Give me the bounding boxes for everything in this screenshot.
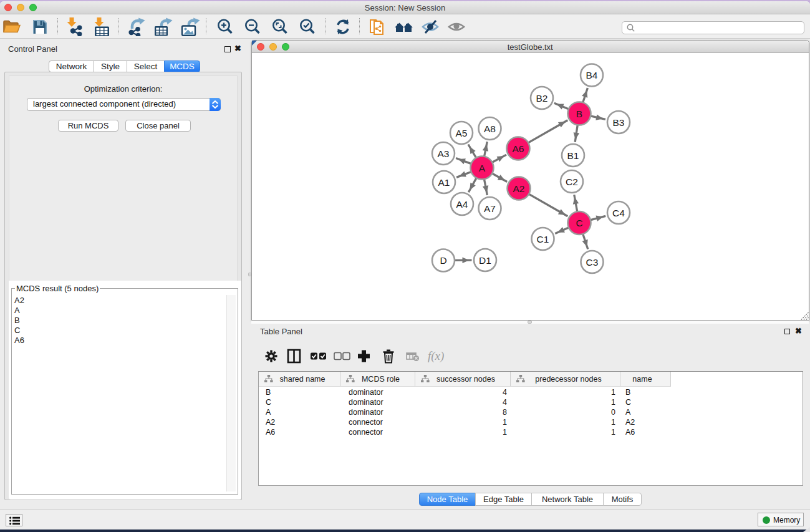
svg-text:f(x): f(x) (428, 349, 444, 363)
svg-text:A4: A4 (456, 199, 468, 210)
svg-text:A2: A2 (513, 183, 525, 194)
svg-text:A6: A6 (513, 143, 524, 154)
svg-text:B4: B4 (586, 70, 598, 80)
svg-text:C: C (576, 218, 582, 228)
svg-text:D1: D1 (479, 255, 491, 266)
svg-text:C4: C4 (612, 208, 625, 218)
svg-text:B2: B2 (536, 93, 548, 104)
svg-text:A1: A1 (438, 177, 450, 188)
svg-text:D: D (440, 255, 446, 266)
svg-text:B3: B3 (613, 117, 625, 128)
svg-text:A3: A3 (438, 148, 450, 159)
svg-text:B: B (576, 109, 582, 119)
svg-text:B1: B1 (567, 150, 579, 161)
svg-text:A8: A8 (484, 123, 496, 134)
svg-text:A5: A5 (456, 128, 468, 138)
svg-text:C2: C2 (566, 177, 578, 187)
svg-text:A: A (479, 163, 486, 173)
svg-text:C1: C1 (537, 234, 549, 244)
svg-text:C3: C3 (586, 257, 599, 268)
svg-text:A7: A7 (484, 203, 496, 214)
